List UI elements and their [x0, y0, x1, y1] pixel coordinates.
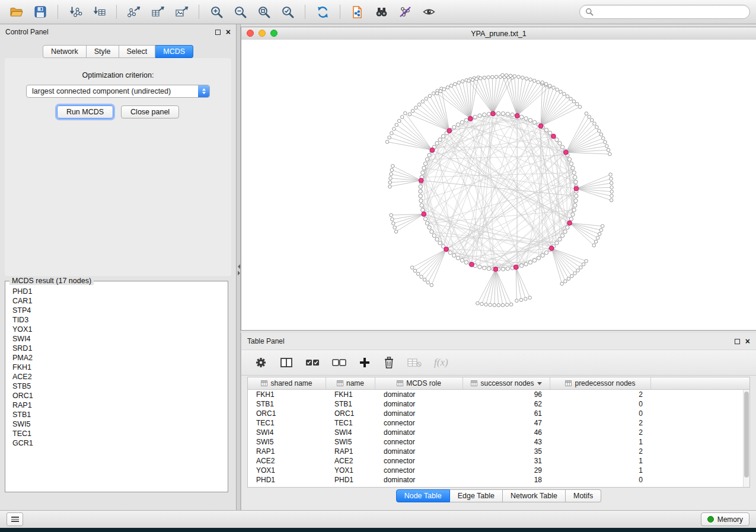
- mcds-node-car1[interactable]: CAR1: [12, 296, 227, 306]
- cell-name: PHD1: [326, 475, 375, 485]
- memory-button[interactable]: Memory: [701, 512, 749, 526]
- mcds-node-stp4[interactable]: STP4: [12, 306, 227, 315]
- tab-node-table[interactable]: Node Table: [396, 489, 450, 502]
- delete-column-button[interactable]: [383, 354, 395, 371]
- function-builder-button[interactable]: f(x): [434, 354, 448, 371]
- float-table-panel-icon[interactable]: [735, 339, 740, 344]
- mcds-node-rap1[interactable]: RAP1: [12, 400, 227, 410]
- export-network-button[interactable]: [123, 2, 145, 21]
- column-header-predecessor-nodes[interactable]: predecessor nodes: [550, 377, 651, 389]
- panel-splitter[interactable]: [237, 24, 241, 510]
- tab-mcds[interactable]: MCDS: [155, 45, 193, 58]
- search-input[interactable]: [597, 7, 744, 17]
- binoculars-button[interactable]: [371, 2, 392, 21]
- window-close-icon[interactable]: [247, 30, 254, 37]
- checked-boxes-icon: [305, 357, 320, 368]
- tab-edge-table[interactable]: Edge Table: [450, 489, 503, 502]
- table-row[interactable]: TEC1TEC1connector472: [248, 418, 749, 428]
- table-row[interactable]: STB1STB1dominator620: [248, 399, 749, 409]
- mcds-node-swi5[interactable]: SWI5: [12, 419, 227, 429]
- cell-predecessor-nodes: 0: [550, 399, 651, 409]
- run-mcds-button[interactable]: Run MCDS: [57, 105, 113, 118]
- table-row[interactable]: SWI5SWI5connector431: [248, 437, 749, 447]
- splitter-handle-icon[interactable]: [237, 264, 241, 275]
- tab-motifs[interactable]: Motifs: [566, 489, 601, 502]
- cell-mcds-role: dominator: [375, 447, 463, 456]
- unchecked-boxes-icon: [332, 357, 346, 368]
- table-settings-button[interactable]: [254, 354, 267, 371]
- status-menu-button[interactable]: [7, 512, 23, 526]
- zoom-selected-button[interactable]: [277, 2, 298, 21]
- cell-mcds-role: dominator: [375, 409, 463, 418]
- table-panel: Table Panel ×: [241, 333, 756, 510]
- mcds-node-yox1[interactable]: YOX1: [12, 325, 227, 334]
- select-all-rows-button[interactable]: [305, 354, 320, 371]
- export-image-button[interactable]: [171, 2, 192, 21]
- add-column-button[interactable]: [359, 354, 371, 371]
- window-minimize-icon[interactable]: [259, 30, 266, 37]
- close-panel-button[interactable]: Close panel: [121, 105, 179, 118]
- mcds-node-orc1[interactable]: ORC1: [12, 391, 227, 400]
- mcds-node-srd1[interactable]: SRD1: [12, 344, 227, 353]
- cell-mcds-role: dominator: [375, 399, 463, 409]
- table-scrollbar[interactable]: [743, 390, 749, 487]
- mcds-node-pma2[interactable]: PMA2: [12, 353, 227, 363]
- open-session-button[interactable]: [6, 2, 27, 21]
- search-field[interactable]: [579, 5, 750, 19]
- column-header-name[interactable]: name: [326, 377, 375, 389]
- show-columns-button[interactable]: [280, 354, 293, 371]
- mcds-node-fkh1[interactable]: FKH1: [12, 363, 227, 372]
- network-window-titlebar[interactable]: YPA_prune.txt_1: [241, 27, 756, 40]
- table-row[interactable]: RAP1RAP1dominator352: [248, 447, 749, 456]
- import-table-button[interactable]: [88, 2, 110, 21]
- deselect-all-rows-button[interactable]: [332, 354, 346, 371]
- import-network-button[interactable]: [65, 2, 86, 21]
- mcds-node-tec1[interactable]: TEC1: [12, 429, 227, 438]
- network-canvas[interactable]: [241, 40, 756, 330]
- zoom-out-button[interactable]: [229, 2, 251, 21]
- tab-style[interactable]: Style: [87, 45, 119, 58]
- save-session-button[interactable]: [30, 2, 51, 21]
- show-graphics-details-button[interactable]: [418, 2, 439, 21]
- document-share-button[interactable]: [347, 2, 368, 21]
- cell-shared-name: YOX1: [248, 466, 326, 475]
- export-table-button[interactable]: [147, 2, 168, 21]
- column-header-shared-name[interactable]: shared name: [248, 377, 326, 389]
- table-row[interactable]: SWI4SWI4dominator462: [248, 428, 749, 437]
- tab-network-table[interactable]: Network Table: [503, 489, 566, 502]
- control-panel-header: Control Panel ×: [0, 24, 236, 40]
- table-row[interactable]: YOX1YOX1connector291: [248, 466, 749, 475]
- window-maximize-icon[interactable]: [270, 30, 277, 37]
- mcds-node-stb5[interactable]: STB5: [12, 382, 227, 391]
- scrollbar-thumb[interactable]: [744, 392, 749, 477]
- zoom-fit-button[interactable]: [253, 2, 275, 21]
- mcds-node-phd1[interactable]: PHD1: [12, 287, 227, 296]
- zoom-in-button[interactable]: [206, 2, 227, 21]
- network-graph: [241, 40, 756, 330]
- table-row[interactable]: ACE2ACE2connector311: [248, 456, 749, 466]
- mcds-node-gcr1[interactable]: GCR1: [12, 438, 227, 448]
- hide-graphics-details-button[interactable]: [394, 2, 416, 21]
- tab-network[interactable]: Network: [43, 45, 87, 58]
- column-header-successor-nodes[interactable]: successor nodes: [463, 377, 550, 389]
- table-panel-title: Table Panel: [247, 337, 285, 345]
- delete-table-button[interactable]: [407, 354, 422, 371]
- cell-shared-name: FKH1: [248, 390, 326, 399]
- application-window: Control Panel × NetworkStyleSelectMCDS O…: [0, 0, 756, 528]
- mcds-node-stb1[interactable]: STB1: [12, 410, 227, 419]
- table-row[interactable]: ORC1ORC1dominator610: [248, 409, 749, 418]
- close-panel-icon[interactable]: ×: [226, 28, 231, 36]
- mcds-node-ace2[interactable]: ACE2: [12, 372, 227, 382]
- column-sort-icon: [261, 380, 267, 386]
- select-stepper-icon[interactable]: [198, 85, 209, 97]
- table-row[interactable]: PHD1PHD1dominator180: [248, 475, 749, 485]
- criterion-select[interactable]: largest connected component (undirected): [26, 85, 210, 98]
- close-table-panel-icon[interactable]: ×: [745, 337, 750, 345]
- tab-select[interactable]: Select: [119, 45, 156, 58]
- table-row[interactable]: FKH1FKH1dominator962: [248, 390, 749, 399]
- column-header-mcds-role[interactable]: MCDS role: [375, 377, 463, 389]
- float-panel-icon[interactable]: [215, 30, 221, 35]
- refresh-button[interactable]: [312, 2, 333, 21]
- mcds-node-tid3[interactable]: TID3: [12, 315, 227, 325]
- mcds-node-swi4[interactable]: SWI4: [12, 334, 227, 344]
